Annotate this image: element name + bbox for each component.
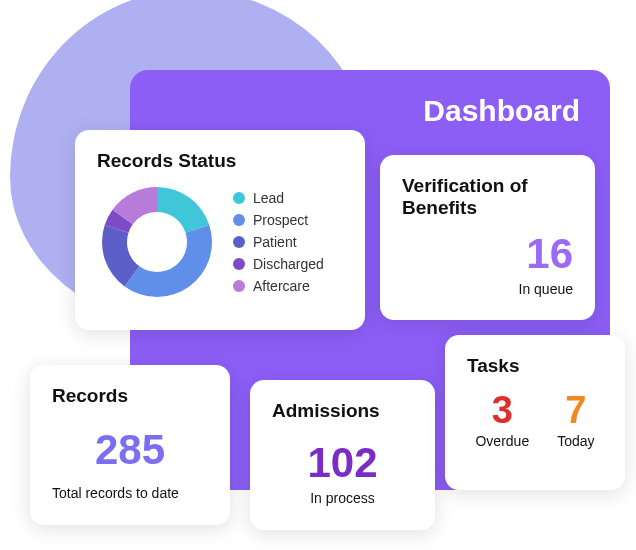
legend-dot-icon <box>233 258 245 270</box>
records-sub: Total records to date <box>52 485 208 501</box>
records-status-title: Records Status <box>97 150 343 172</box>
legend-label: Prospect <box>253 212 308 228</box>
records-value: 285 <box>52 429 208 471</box>
records-status-legend: LeadProspectPatientDischargedAftercare <box>233 190 324 294</box>
admissions-sub: In process <box>272 490 413 506</box>
tasks-title: Tasks <box>467 355 603 377</box>
legend-item: Patient <box>233 234 324 250</box>
legend-dot-icon <box>233 236 245 248</box>
tasks-overdue-label: Overdue <box>475 433 529 449</box>
legend-label: Patient <box>253 234 297 250</box>
legend-item: Prospect <box>233 212 324 228</box>
vob-value: 16 <box>402 233 573 275</box>
donut-segment <box>157 187 209 233</box>
donut-segment <box>125 225 212 297</box>
admissions-value: 102 <box>272 442 413 484</box>
legend-label: Lead <box>253 190 284 206</box>
vob-sub: In queue <box>402 281 573 297</box>
legend-label: Discharged <box>253 256 324 272</box>
legend-dot-icon <box>233 280 245 292</box>
dashboard-title: Dashboard <box>423 94 580 128</box>
tasks-today-label: Today <box>557 433 594 449</box>
legend-item: Aftercare <box>233 278 324 294</box>
vob-title: Verification of Benefits <box>402 175 573 219</box>
legend-dot-icon <box>233 192 245 204</box>
legend-item: Lead <box>233 190 324 206</box>
records-title: Records <box>52 385 208 407</box>
admissions-title: Admissions <box>272 400 413 422</box>
tasks-card: Tasks 3 Overdue 7 Today <box>445 335 625 490</box>
records-card: Records 285 Total records to date <box>30 365 230 525</box>
admissions-card: Admissions 102 In process <box>250 380 435 530</box>
vob-card: Verification of Benefits 16 In queue <box>380 155 595 320</box>
records-status-donut-chart <box>97 182 217 302</box>
records-status-card: Records Status LeadProspectPatientDischa… <box>75 130 365 330</box>
tasks-today-value: 7 <box>557 391 594 429</box>
legend-dot-icon <box>233 214 245 226</box>
legend-label: Aftercare <box>253 278 310 294</box>
legend-item: Discharged <box>233 256 324 272</box>
tasks-overdue-value: 3 <box>475 391 529 429</box>
